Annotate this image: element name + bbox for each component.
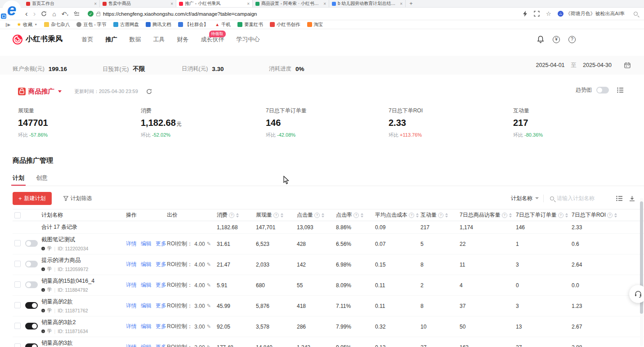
bookmark-item[interactable]: 腾讯文档	[146, 22, 171, 28]
action-link-编辑[interactable]: 编辑	[141, 323, 152, 330]
bookmarks-toggle-icon[interactable]: ❙▶	[4, 22, 10, 27]
column-header[interactable]: 7日总下单ROI?	[572, 211, 631, 219]
plan-status-toggle[interactable]	[25, 261, 38, 267]
plan-status-toggle[interactable]	[25, 281, 38, 288]
refresh-icon[interactable]	[41, 11, 47, 17]
column-header[interactable]: 7日总下单订单量?	[516, 211, 572, 219]
plan-status-toggle[interactable]	[25, 240, 38, 247]
edit-bid-icon[interactable]: ✎	[207, 324, 211, 329]
column-header[interactable]: 展现量?	[256, 211, 297, 219]
customer-service-button[interactable]	[629, 285, 644, 303]
nav-item-学习中心[interactable]: 学习中心	[237, 36, 260, 44]
plan-status-toggle[interactable]	[25, 343, 38, 347]
action-link-编辑[interactable]: 编辑	[141, 261, 152, 268]
nav-item-首页[interactable]: 首页	[82, 36, 94, 44]
date-end[interactable]: 2025-04-30	[583, 62, 612, 68]
tab-close-icon[interactable]: ×	[94, 1, 97, 6]
action-link-详情[interactable]: 详情	[126, 323, 137, 330]
action-link-更多[interactable]: 更多	[156, 240, 166, 248]
sort-icon[interactable]	[236, 213, 239, 218]
back-button[interactable]: ‹	[25, 9, 28, 18]
search-field-select[interactable]: 计划名称	[511, 195, 544, 202]
plan-filter-button[interactable]: 计划筛选	[63, 195, 92, 202]
action-link-更多[interactable]: 更多	[156, 343, 166, 347]
action-link-更多[interactable]: 更多	[156, 281, 166, 289]
column-header[interactable]: 互动量?	[420, 211, 460, 219]
row-checkbox[interactable]	[14, 323, 21, 329]
undo-button[interactable]: ↶▾	[62, 10, 68, 18]
sort-icon[interactable]	[281, 213, 283, 218]
row-checkbox[interactable]	[14, 343, 21, 347]
info-icon[interactable]: ?	[607, 213, 613, 218]
nav-item-数据[interactable]: 数据	[130, 36, 141, 44]
lightning-icon[interactable]	[523, 11, 528, 17]
tab-close-icon[interactable]: ×	[400, 1, 402, 6]
action-link-编辑[interactable]: 编辑	[141, 281, 152, 289]
row-checkbox[interactable]	[14, 281, 21, 288]
home-button[interactable]: ⌂	[52, 10, 56, 18]
metrics-settings-icon[interactable]	[617, 87, 624, 93]
edit-bid-icon[interactable]: ✎	[207, 303, 211, 309]
select-all-checkbox[interactable]	[14, 212, 21, 218]
new-tab-button[interactable]: +	[406, 0, 416, 7]
info-icon[interactable]: ?	[353, 213, 359, 218]
tab-close-icon[interactable]: ×	[170, 1, 173, 6]
info-icon[interactable]: ?	[558, 213, 564, 218]
info-icon[interactable]: ?	[273, 213, 279, 218]
action-link-详情[interactable]: 详情	[126, 281, 137, 289]
action-link-详情[interactable]: 详情	[126, 343, 137, 347]
security-shield-icon[interactable]: ✓	[88, 11, 94, 17]
date-range-picker[interactable]: 2025-04-01 至 2025-04-30	[536, 62, 631, 69]
calendar-icon[interactable]	[624, 62, 631, 68]
bookmark-item[interactable]: ★收藏▼	[17, 22, 37, 28]
table-scrollbar[interactable]	[640, 198, 643, 346]
row-checkbox[interactable]	[14, 261, 21, 267]
info-icon[interactable]: ?	[502, 213, 507, 218]
refresh-data-icon[interactable]	[146, 89, 152, 94]
column-header[interactable]: 平均点击成本?	[375, 211, 420, 219]
bookmark-item[interactable]: 【社群会】	[178, 22, 209, 28]
bookmark-item[interactable]: 要案红书	[237, 22, 263, 28]
nav-item-财务[interactable]: 财务	[177, 36, 189, 44]
favorites-list-icon[interactable]	[74, 11, 80, 17]
sort-icon[interactable]	[565, 213, 568, 218]
tab-计划[interactable]: 计划	[13, 174, 24, 186]
finance-icon[interactable]: ¥	[553, 36, 560, 43]
date-start[interactable]: 2025-04-01	[536, 62, 565, 68]
action-link-详情[interactable]: 详情	[126, 261, 137, 268]
sort-icon[interactable]	[416, 213, 419, 218]
column-header[interactable]: 点击量?	[297, 211, 336, 219]
brand[interactable]: 小红书乘风	[13, 35, 63, 44]
edit-bid-icon[interactable]: ✎	[207, 282, 211, 288]
action-link-详情[interactable]: 详情	[126, 302, 137, 310]
plan-search-input[interactable]	[557, 195, 610, 201]
column-header[interactable]: 点击率?	[336, 211, 375, 219]
forward-button[interactable]: ›	[33, 9, 36, 18]
row-checkbox[interactable]	[14, 302, 21, 308]
browser-notice[interactable]: ஃ 《荷塘月色》被检出高AI率	[558, 10, 625, 17]
action-link-详情[interactable]: 详情	[126, 240, 137, 248]
action-link-编辑[interactable]: 编辑	[141, 343, 152, 347]
nav-item-成长伙伴[interactable]: 成长伙伴待领取	[201, 36, 224, 44]
capture-icon[interactable]	[534, 11, 540, 17]
edit-bid-icon[interactable]: ✎	[207, 262, 211, 267]
browser-tab[interactable]: 推广 - 小红书乘风×	[176, 0, 253, 7]
tab-创意[interactable]: 创意	[36, 174, 48, 186]
info-icon[interactable]: ?	[229, 213, 234, 218]
new-plan-button[interactable]: +新建计划	[13, 192, 52, 205]
sort-icon[interactable]	[614, 213, 617, 218]
sort-icon[interactable]	[509, 213, 512, 218]
tab-close-icon[interactable]: ×	[247, 1, 250, 6]
sort-icon[interactable]	[361, 213, 363, 218]
bookmark-item[interactable]: 杂七杂八	[44, 22, 70, 28]
nav-item-工具[interactable]: 工具	[153, 36, 165, 44]
plan-status-toggle[interactable]	[25, 302, 38, 309]
bookmark-item[interactable]: 古厝网盘	[113, 22, 139, 28]
info-icon[interactable]: ?	[409, 213, 414, 218]
url-text[interactable]: https://chengfeng.xiaohongshu.com/cf/ad/…	[103, 11, 257, 17]
notification-bell-icon[interactable]	[537, 36, 544, 43]
browser-tab[interactable]: b 幼儿园劳动教育计划总结方案×	[329, 0, 406, 7]
tab-close-icon[interactable]: ×	[323, 1, 326, 6]
action-link-更多[interactable]: 更多	[156, 323, 166, 330]
column-header[interactable]: 消费?	[217, 211, 256, 219]
